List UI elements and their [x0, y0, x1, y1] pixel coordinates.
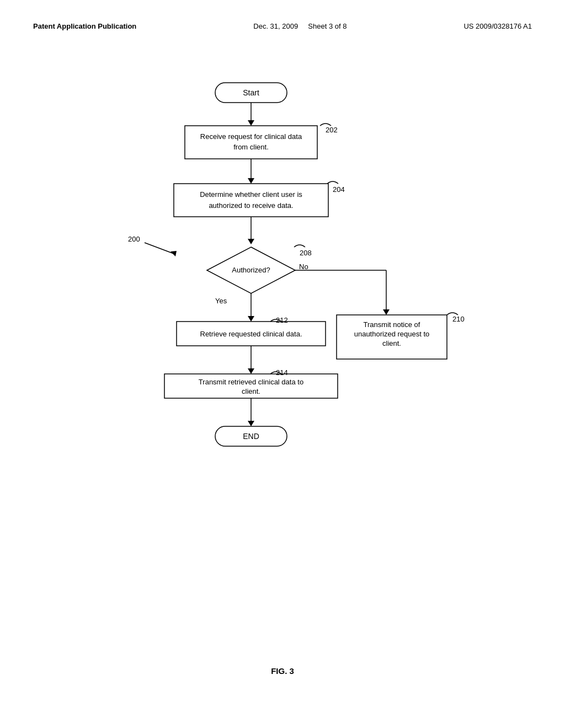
svg-line-23 — [145, 243, 174, 254]
header-sheet: Sheet 3 of 8 — [308, 22, 347, 30]
n214-text-line1: Transmit retrieved clinical data to — [199, 378, 303, 386]
n214-ref: 214 — [276, 368, 288, 377]
start-label: Start — [243, 88, 259, 97]
svg-marker-14 — [248, 368, 254, 374]
figure-caption: FIG. 3 — [0, 666, 565, 676]
n208-text: Authorized? — [232, 266, 270, 274]
svg-marker-2 — [248, 120, 254, 126]
n210-text-line3: client. — [382, 339, 401, 347]
n204-text-line1: Determine whether client user is — [200, 190, 302, 199]
n204-text-line2: authorized to receive data. — [209, 201, 293, 210]
n204-ref: 204 — [333, 185, 345, 194]
n214-text-line2: client. — [242, 387, 260, 395]
n208-no-label: No — [299, 263, 308, 271]
n212-text: Retrieve requested clinical data. — [200, 330, 302, 338]
header-date: Dec. 31, 2009 — [253, 22, 298, 30]
n210-text-line2: unauthorized request to — [354, 330, 430, 338]
header-left: Patent Application Publication — [33, 22, 136, 30]
page: Patent Application Publication Dec. 31, … — [0, 0, 565, 728]
svg-rect-3 — [185, 126, 317, 159]
header-center: Dec. 31, 2009 Sheet 3 of 8 — [253, 22, 347, 30]
flowchart-diagram: Start Receive request for clinical data … — [55, 66, 508, 618]
svg-marker-8 — [248, 239, 254, 244]
n202-text-line2: from client. — [233, 143, 269, 151]
svg-marker-24 — [170, 251, 177, 256]
header: Patent Application Publication Dec. 31, … — [0, 22, 565, 30]
svg-marker-11 — [248, 316, 254, 322]
label-200: 200 — [128, 235, 140, 243]
n208-ref: 208 — [300, 249, 312, 257]
n202-text-line1: Receive request for clinical data — [200, 132, 302, 141]
n210-ref: 210 — [452, 315, 465, 323]
svg-marker-5 — [248, 178, 254, 184]
svg-rect-6 — [174, 184, 328, 217]
n210-text-line1: Transmit notice of — [364, 320, 420, 329]
header-right: US 2009/0328176 A1 — [463, 22, 532, 30]
n202-ref: 202 — [326, 126, 338, 134]
svg-marker-21 — [383, 309, 390, 315]
n208-yes-label: Yes — [215, 297, 227, 305]
end-label: END — [243, 432, 259, 441]
n212-ref: 212 — [276, 316, 288, 324]
svg-marker-17 — [248, 421, 254, 426]
